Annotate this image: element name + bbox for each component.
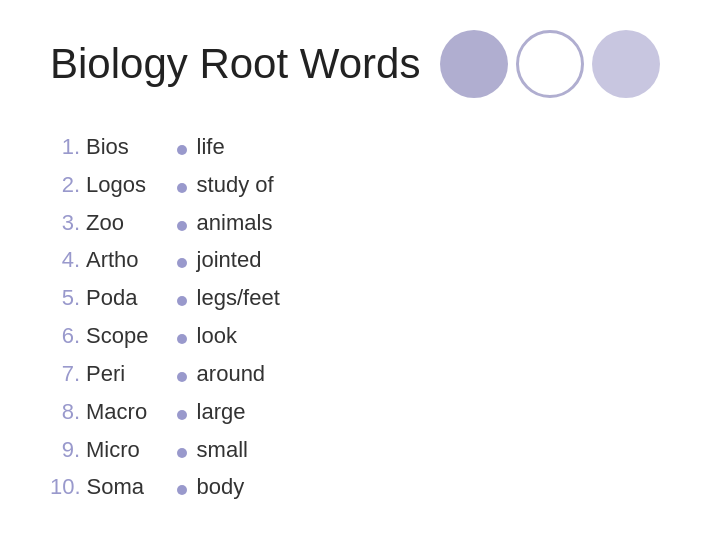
page-container: Biology Root Words 1. Bios 2. Logos 3. Z… (0, 0, 720, 540)
term-word-5: Poda (86, 279, 156, 317)
term-item-7: 7. Peri (50, 355, 157, 393)
definition-text-7: around (197, 355, 266, 393)
definition-text-9: small (197, 431, 248, 469)
content-area: 1. Bios 2. Logos 3. Zoo 4. Artho 5. Poda… (50, 128, 670, 506)
circle-3 (592, 30, 660, 98)
item-number-5: 5. (50, 279, 80, 317)
definition-text-4: jointed (197, 241, 262, 279)
term-word-3: Zoo (86, 204, 156, 242)
term-item-3: 3. Zoo (50, 204, 157, 242)
definition-item-5: legs/feet (177, 279, 280, 317)
bullet-dot-1 (177, 145, 187, 155)
bullet-dot-3 (177, 221, 187, 231)
bullet-dot-4 (177, 258, 187, 268)
definition-item-4: jointed (177, 241, 280, 279)
term-item-2: 2. Logos (50, 166, 157, 204)
term-word-2: Logos (86, 166, 156, 204)
definition-item-7: around (177, 355, 280, 393)
term-word-7: Peri (86, 355, 156, 393)
bullet-dot-7 (177, 372, 187, 382)
term-item-9: 9. Micro (50, 431, 157, 469)
definition-text-8: large (197, 393, 246, 431)
item-number-2: 2. (50, 166, 80, 204)
definition-text-2: study of (197, 166, 274, 204)
definition-text-5: legs/feet (197, 279, 280, 317)
bullet-dot-10 (177, 485, 187, 495)
circles-container (440, 30, 660, 98)
term-word-6: Scope (86, 317, 156, 355)
circle-2 (516, 30, 584, 98)
term-item-1: 1. Bios (50, 128, 157, 166)
item-number-4: 4. (50, 241, 80, 279)
bullet-dot-5 (177, 296, 187, 306)
definition-item-8: large (177, 393, 280, 431)
item-number-7: 7. (50, 355, 80, 393)
term-item-5: 5. Poda (50, 279, 157, 317)
definition-item-6: look (177, 317, 280, 355)
bullet-dot-6 (177, 334, 187, 344)
circle-1 (440, 30, 508, 98)
term-item-10: 10. Soma (50, 468, 157, 506)
definition-item-3: animals (177, 204, 280, 242)
item-number-9: 9. (50, 431, 80, 469)
bullet-dot-2 (177, 183, 187, 193)
definition-text-3: animals (197, 204, 273, 242)
definition-item-9: small (177, 431, 280, 469)
term-item-6: 6. Scope (50, 317, 157, 355)
term-word-1: Bios (86, 128, 156, 166)
bullet-dot-8 (177, 410, 187, 420)
term-word-9: Micro (86, 431, 156, 469)
term-word-8: Macro (86, 393, 156, 431)
item-number-10: 10. (50, 468, 81, 506)
definition-item-2: study of (177, 166, 280, 204)
term-item-4: 4. Artho (50, 241, 157, 279)
definition-item-1: life (177, 128, 280, 166)
item-number-6: 6. (50, 317, 80, 355)
item-number-1: 1. (50, 128, 80, 166)
definitions-list: life study of animals jointed legs/feet … (177, 128, 280, 506)
definition-text-6: look (197, 317, 237, 355)
definition-item-10: body (177, 468, 280, 506)
page-title: Biology Root Words (50, 40, 420, 88)
term-word-10: Soma (87, 468, 157, 506)
item-number-8: 8. (50, 393, 80, 431)
definition-text-10: body (197, 468, 245, 506)
definition-text-1: life (197, 128, 225, 166)
bullet-dot-9 (177, 448, 187, 458)
term-word-4: Artho (86, 241, 156, 279)
item-number-3: 3. (50, 204, 80, 242)
terms-list: 1. Bios 2. Logos 3. Zoo 4. Artho 5. Poda… (50, 128, 157, 506)
header-area: Biology Root Words (50, 30, 670, 98)
term-item-8: 8. Macro (50, 393, 157, 431)
